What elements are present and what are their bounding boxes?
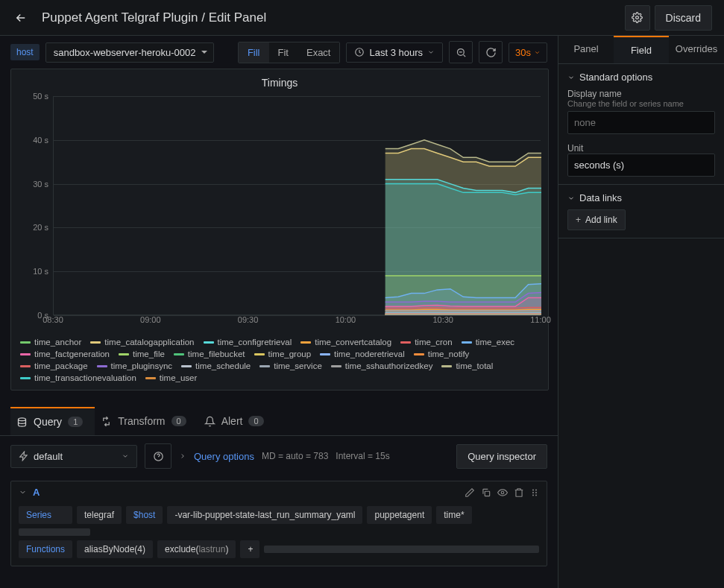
- host-select[interactable]: sandbox-webserver-heroku-0002: [45, 42, 215, 63]
- transform-tab[interactable]: Transform 0: [95, 407, 198, 435]
- legend-swatch: [20, 353, 31, 355]
- query-refid[interactable]: A: [33, 487, 40, 498]
- transform-tab-label: Transform: [118, 415, 165, 427]
- legend-item[interactable]: time_exec: [462, 338, 514, 347]
- delete-icon[interactable]: [514, 487, 524, 498]
- x-tick: 09:00: [140, 315, 161, 324]
- edit-icon[interactable]: [465, 487, 475, 498]
- legend-item[interactable]: time_cron: [400, 338, 453, 347]
- legend-item[interactable]: time_schedule: [181, 361, 251, 370]
- time-range-picker[interactable]: Last 3 hours: [346, 42, 443, 63]
- legend-label: time_anchor: [34, 338, 81, 347]
- func-add[interactable]: +: [240, 540, 259, 558]
- data-links-header[interactable]: Data links: [567, 192, 715, 203]
- legend-swatch: [300, 341, 311, 344]
- drag-icon[interactable]: [530, 487, 539, 498]
- chevron-down-icon[interactable]: [19, 488, 27, 496]
- legend-item[interactable]: time_user: [145, 373, 198, 382]
- refresh-rate-select[interactable]: 30s: [509, 42, 547, 63]
- legend-item[interactable]: time_factgeneration: [20, 350, 110, 358]
- seg-add[interactable]: [19, 528, 90, 536]
- legend-item[interactable]: time_service: [259, 361, 322, 370]
- legend-swatch: [20, 377, 31, 379]
- seg-host[interactable]: $host: [126, 506, 163, 524]
- legend-swatch: [181, 365, 192, 367]
- fill-button[interactable]: Fill: [239, 42, 269, 63]
- legend-item[interactable]: time_package: [20, 361, 88, 370]
- x-tick: 10:30: [432, 315, 453, 324]
- legend-item[interactable]: time_configretrieval: [204, 338, 292, 347]
- legend-item[interactable]: time_transactionevaluation: [20, 373, 136, 382]
- legend-item[interactable]: time_sshauthorizedkey: [331, 361, 433, 370]
- legend-label: time_filebucket: [188, 350, 245, 358]
- legend-swatch: [20, 365, 31, 367]
- legend-label: time_service: [274, 361, 322, 370]
- legend-item[interactable]: time_pluginsync: [97, 361, 172, 370]
- func-exclude[interactable]: exclude(lastrun): [157, 540, 236, 558]
- legend-item[interactable]: time_anchor: [20, 338, 81, 347]
- legend-label: time_group: [268, 350, 312, 358]
- datasource-select[interactable]: default: [10, 445, 137, 468]
- y-tick: 20 s: [33, 223, 48, 232]
- legend-item[interactable]: time_notify: [414, 350, 470, 358]
- refresh-rate-value: 30s: [515, 47, 531, 58]
- settings-button[interactable]: [625, 5, 650, 31]
- series-label: Series: [19, 506, 72, 524]
- legend-swatch: [20, 341, 31, 344]
- query-options-toggle[interactable]: Query options: [194, 451, 254, 462]
- svg-point-8: [535, 489, 537, 490]
- help-button[interactable]: [145, 443, 171, 469]
- unit-input[interactable]: [567, 154, 715, 177]
- legend-item[interactable]: time_noderetrieval: [320, 350, 405, 358]
- alert-tab[interactable]: Alert 0: [198, 407, 276, 435]
- visibility-icon[interactable]: [497, 487, 508, 498]
- display-name-label: Display name: [567, 89, 715, 99]
- legend-label: time_notify: [428, 350, 470, 358]
- functions-label: Functions: [19, 540, 72, 558]
- legend-item[interactable]: time_file: [119, 350, 165, 358]
- page-title: Puppet Agent Telgraf Plugin / Edit Panel: [42, 10, 620, 25]
- add-link-button[interactable]: + Add link: [567, 209, 626, 230]
- legend-swatch: [90, 341, 101, 344]
- seg-path[interactable]: -var-lib-puppet-state-last_run_summary_y…: [167, 506, 362, 524]
- svg-point-12: [535, 494, 537, 496]
- fit-button[interactable]: Fit: [269, 42, 298, 63]
- seg-time[interactable]: time*: [436, 506, 471, 524]
- y-tick: 50 s: [33, 92, 48, 101]
- panel-title: Timings: [20, 77, 539, 89]
- query-interval: Interval = 15s: [336, 451, 389, 461]
- standard-options-header[interactable]: Standard options: [567, 72, 715, 83]
- tab-field[interactable]: Field: [614, 36, 669, 63]
- tab-panel[interactable]: Panel: [558, 36, 614, 63]
- svg-point-0: [636, 16, 639, 19]
- seg-telegraf[interactable]: telegraf: [77, 506, 122, 524]
- legend-item[interactable]: time_catalogapplication: [90, 338, 194, 347]
- discard-button[interactable]: Discard: [655, 5, 712, 31]
- legend-label: time_convertcatalog: [315, 338, 391, 347]
- legend-label: time_pluginsync: [111, 361, 172, 370]
- legend-swatch: [259, 365, 270, 367]
- chevron-right-icon[interactable]: [179, 452, 186, 460]
- host-value: sandbox-webserver-heroku-0002: [54, 47, 196, 58]
- svg-point-9: [532, 492, 534, 493]
- refresh-button[interactable]: [479, 41, 503, 63]
- func-aliasbynode[interactable]: aliasByNode(4): [77, 540, 153, 558]
- query-inspector-button[interactable]: Query inspector: [456, 444, 547, 469]
- legend-item[interactable]: time_total: [441, 361, 493, 370]
- tab-overrides[interactable]: Overrides: [669, 36, 724, 63]
- legend-item[interactable]: time_filebucket: [174, 350, 245, 358]
- duplicate-icon[interactable]: [481, 487, 491, 498]
- legend-swatch: [145, 377, 156, 379]
- svg-rect-5: [485, 491, 489, 496]
- legend-swatch: [320, 353, 330, 355]
- display-name-input[interactable]: [567, 111, 715, 134]
- back-button[interactable]: [12, 9, 30, 27]
- legend-item[interactable]: time_group: [254, 350, 312, 358]
- legend-item[interactable]: time_convertcatalog: [300, 338, 391, 347]
- legend-label: time_sshauthorizedkey: [345, 361, 433, 370]
- query-tab[interactable]: Query 1: [10, 407, 95, 435]
- zoom-out-button[interactable]: [449, 41, 473, 63]
- exact-button[interactable]: Exact: [298, 42, 340, 63]
- legend-swatch: [414, 353, 424, 355]
- seg-puppetagent[interactable]: puppetagent: [367, 506, 432, 524]
